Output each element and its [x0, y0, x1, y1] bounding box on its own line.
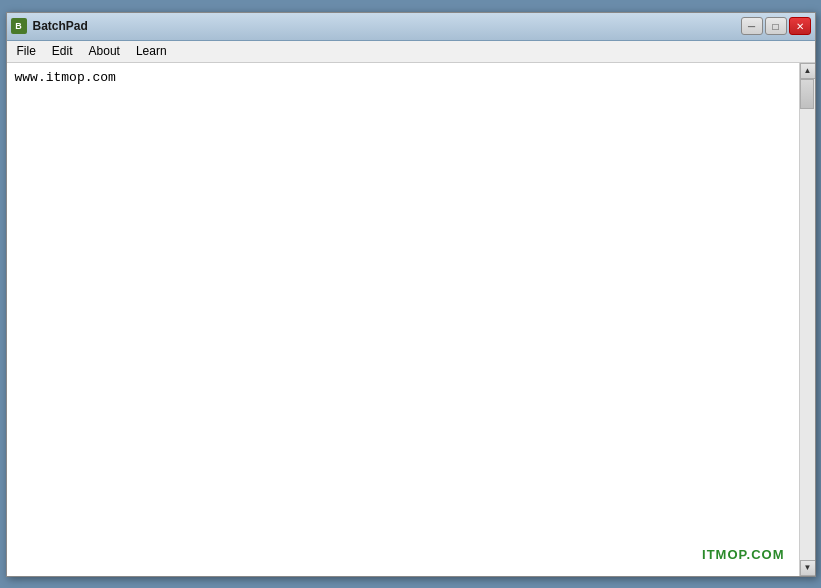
minimize-button[interactable]: ─ [741, 17, 763, 35]
content-wrapper: ITMOP.COM [7, 63, 799, 576]
scrollbar-down-button[interactable]: ▼ [800, 560, 815, 576]
app-icon-letter: B [15, 21, 22, 31]
title-bar: B BatchPad ─ □ ✕ [7, 13, 815, 41]
menu-bar: File Edit About Learn [7, 41, 815, 63]
scrollbar-thumb[interactable] [800, 79, 814, 109]
text-editor[interactable] [7, 63, 799, 576]
close-button[interactable]: ✕ [789, 17, 811, 35]
menu-about[interactable]: About [81, 41, 128, 62]
window-controls: ─ □ ✕ [741, 17, 811, 35]
scrollbar-track[interactable] [800, 79, 815, 560]
menu-edit[interactable]: Edit [44, 41, 81, 62]
content-area: ITMOP.COM ▲ ▼ [7, 63, 815, 576]
menu-file[interactable]: File [9, 41, 44, 62]
window-title: BatchPad [33, 19, 88, 33]
maximize-button[interactable]: □ [765, 17, 787, 35]
application-window: B BatchPad ─ □ ✕ File Edit About Lear [6, 12, 816, 577]
scrollbar[interactable]: ▲ ▼ [799, 63, 815, 576]
scrollbar-up-button[interactable]: ▲ [800, 63, 815, 79]
menu-learn[interactable]: Learn [128, 41, 175, 62]
app-icon: B [11, 18, 27, 34]
title-bar-left: B BatchPad [11, 18, 88, 34]
